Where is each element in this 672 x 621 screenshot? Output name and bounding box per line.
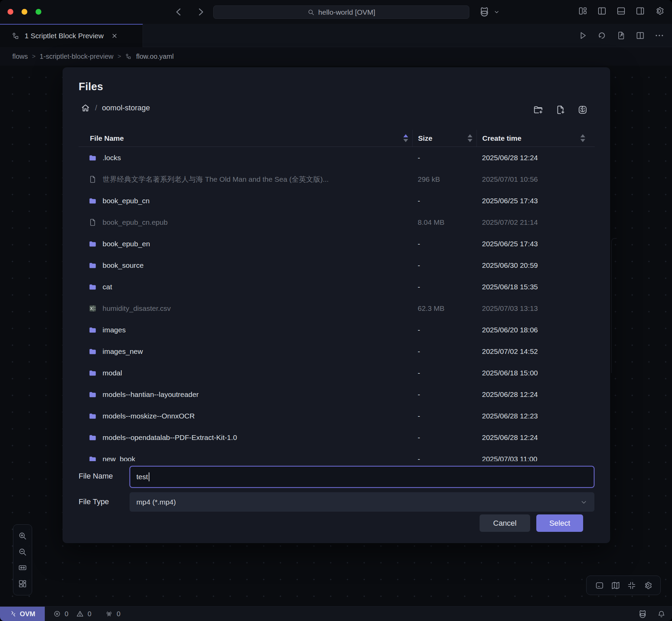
dialog-toolbar [533, 105, 588, 115]
table-row[interactable]: 世界经典文学名著系列老人与海 The Old Man and the Sea (… [79, 168, 595, 190]
forward-icon[interactable] [194, 6, 207, 18]
canvas-settings-gear-icon[interactable] [643, 581, 653, 590]
zoom-in-icon[interactable] [18, 531, 27, 541]
file-created-cell: 2025/07/03 13:13 [482, 304, 595, 313]
home-icon[interactable] [81, 103, 90, 113]
close-window-button[interactable] [8, 9, 13, 15]
notifications-bell-icon[interactable] [657, 610, 666, 619]
ports-indicator[interactable]: 0 [105, 610, 120, 618]
table-row[interactable]: modal - 2025/06/18 15:00 [79, 362, 595, 384]
minimap-icon[interactable] [611, 581, 620, 590]
row-type-icon [88, 455, 97, 461]
fit-width-icon[interactable] [18, 563, 27, 572]
sort-file-name[interactable] [403, 134, 408, 142]
file-created-cell: 2025/06/25 17:43 [482, 197, 595, 205]
problems-indicator[interactable]: 0 0 [53, 610, 91, 618]
row-type-icon [88, 304, 97, 313]
split-editor-icon[interactable] [635, 30, 645, 41]
tab-scriptlet-block-preview[interactable]: 1 Scriptlet Block Preview [0, 24, 143, 47]
error-count: 0 [65, 610, 68, 618]
flow-canvas[interactable]: Files / oomol-storage File Name [0, 66, 672, 606]
table-row[interactable]: new_book - 2025/07/03 11:00 [79, 448, 595, 461]
rerun-flow-icon[interactable] [597, 30, 607, 41]
file-name-cell: models--hantian--layoutreader [103, 390, 209, 399]
table-row[interactable]: book_source - 2025/06/30 20:59 [79, 254, 595, 276]
broadcast-icon [105, 610, 113, 618]
file-name-cell: book_epub_cn.epub [103, 218, 178, 226]
remote-indicator[interactable]: OVM [0, 607, 45, 621]
file-size-cell: 296 kB [418, 175, 482, 183]
collapse-view-icon[interactable] [627, 581, 636, 590]
header-size[interactable]: Size [412, 130, 482, 147]
row-type-icon [88, 282, 97, 291]
file-type-select[interactable]: mp4 (*.mp4) [130, 492, 594, 512]
auto-layout-icon[interactable] [18, 579, 27, 589]
console-panel-icon[interactable] [595, 581, 604, 590]
reveal-in-finder-icon[interactable] [577, 105, 588, 115]
toggle-right-panel-icon[interactable] [635, 6, 645, 16]
new-folder-icon[interactable] [533, 105, 543, 115]
search-icon [307, 9, 315, 16]
cancel-button[interactable]: Cancel [480, 514, 530, 532]
table-row[interactable]: images - 2025/06/20 18:06 [79, 319, 595, 341]
remote-icon [10, 610, 17, 618]
table-row[interactable]: models--opendatalab--PDF-Extract-Kit-1.0… [79, 427, 595, 448]
table-row[interactable]: .locks - 2025/06/28 12:24 [79, 147, 595, 168]
file-created-cell: 2025/07/01 10:56 [482, 175, 595, 183]
header-create-time[interactable]: Create time [476, 130, 595, 147]
more-actions-icon[interactable] [654, 30, 664, 41]
export-file-icon[interactable] [616, 30, 626, 41]
files-table: File Name Size Create time [79, 130, 595, 461]
breadcrumb: flows > 1-scriptlet-block-preview > flow… [0, 47, 672, 66]
new-file-icon[interactable] [555, 105, 566, 115]
file-name-cell: models--opendatalab--PDF-Extract-Kit-1.0 [103, 433, 247, 442]
table-row[interactable]: cat - 2025/06/18 15:35 [79, 276, 595, 298]
zoom-out-icon[interactable] [18, 547, 27, 557]
minimize-window-button[interactable] [22, 9, 27, 15]
breadcrumb-separator: > [32, 53, 36, 60]
table-row[interactable]: book_epub_en - 2025/06/25 17:43 [79, 233, 595, 254]
file-created-cell: 2025/06/20 18:06 [482, 326, 595, 334]
table-row[interactable]: humidity_disaster.csv 62.3 MB 2025/07/03… [79, 298, 595, 319]
select-button[interactable]: Select [536, 514, 583, 532]
file-size-cell: - [418, 412, 482, 420]
path-current-folder[interactable]: oomol-storage [102, 104, 150, 112]
table-row[interactable]: images_new - 2025/07/02 14:52 [79, 341, 595, 362]
mascot-cat-icon[interactable] [637, 609, 648, 620]
sort-size[interactable] [468, 134, 472, 142]
table-row[interactable]: models--moskize--OnnxOCR - 2025/06/28 12… [79, 405, 595, 427]
warning-icon [76, 610, 84, 618]
run-flow-icon[interactable] [578, 30, 588, 41]
zoom-window-button[interactable] [36, 9, 41, 15]
row-type-icon [88, 390, 97, 399]
settings-gear-icon[interactable] [654, 6, 664, 16]
back-icon[interactable] [173, 6, 185, 18]
dialog-title: Files [79, 81, 103, 93]
file-name-cell: 世界经典文学名著系列老人与海 The Old Man and the Sea (… [103, 175, 339, 184]
sort-create-time[interactable] [580, 134, 585, 142]
layout-collections-icon[interactable] [578, 6, 588, 16]
remote-label: OVM [20, 610, 36, 618]
storage-breadcrumb: / oomol-storage [81, 103, 150, 113]
breadcrumb-item-flow-yaml[interactable]: flow.oo.yaml [136, 53, 174, 60]
table-row[interactable]: models--hantian--layoutreader - 2025/06/… [79, 384, 595, 405]
flow-file-icon [125, 53, 132, 60]
toggle-bottom-panel-icon[interactable] [616, 6, 626, 16]
workspace-search-bar[interactable]: hello-world [OVM] [213, 5, 469, 19]
file-name-input[interactable]: test [130, 466, 594, 488]
header-file-name[interactable]: File Name [79, 130, 418, 147]
breadcrumb-item-flows[interactable]: flows [12, 53, 28, 60]
file-type-label: File Type [79, 497, 109, 506]
breadcrumb-item-flow-folder[interactable]: 1-scriptlet-block-preview [40, 53, 113, 60]
toggle-left-panel-icon[interactable] [597, 6, 607, 16]
file-size-cell: 8.04 MB [418, 218, 482, 226]
row-type-icon [88, 153, 97, 162]
close-tab-icon[interactable] [111, 32, 118, 39]
row-type-icon [88, 218, 97, 227]
table-row[interactable]: book_epub_cn - 2025/06/25 17:43 [79, 190, 595, 211]
file-name-cell: new_book [103, 455, 146, 461]
file-size-cell: - [418, 261, 482, 270]
file-name-cell: cat [103, 283, 122, 291]
mascot-menu[interactable] [478, 5, 500, 18]
table-row[interactable]: book_epub_cn.epub 8.04 MB 2025/07/02 21:… [79, 211, 595, 233]
